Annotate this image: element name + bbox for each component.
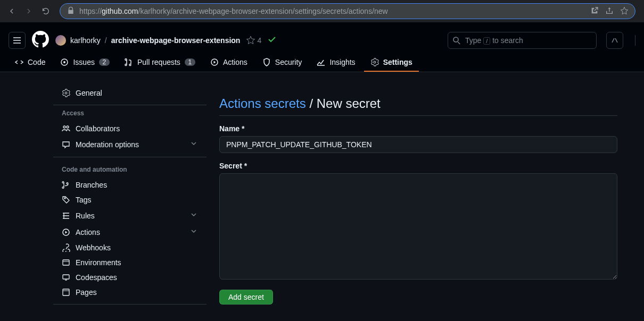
comment-icon bbox=[62, 140, 70, 149]
owner-link[interactable]: karlhorky bbox=[70, 36, 101, 45]
add-secret-button[interactable]: Add secret bbox=[219, 290, 273, 305]
content-area: Actions secrets / New secret Name * Secr… bbox=[211, 86, 626, 305]
sidebar-item-codespaces[interactable]: Codespaces bbox=[53, 270, 207, 285]
name-label: Name * bbox=[219, 124, 617, 133]
star-icon[interactable] bbox=[620, 6, 629, 16]
hamburger-menu[interactable] bbox=[9, 32, 26, 49]
svg-rect-4 bbox=[63, 260, 69, 265]
tab-counter: 1 bbox=[185, 58, 195, 66]
settings-sidebar: General AccessCollaboratorsModeration op… bbox=[53, 86, 211, 305]
play-icon bbox=[210, 58, 219, 66]
tab-pull-requests[interactable]: Pull requests1 bbox=[118, 54, 202, 72]
chevron-down-icon bbox=[189, 227, 198, 237]
issue-icon bbox=[60, 58, 69, 66]
tab-counter: 2 bbox=[99, 58, 110, 66]
sidebar-item-pages[interactable]: Pages bbox=[53, 285, 207, 300]
sidebar-group-title: Code and automation bbox=[53, 162, 207, 178]
tab-code[interactable]: Code bbox=[9, 54, 52, 72]
sidebar-item-actions[interactable]: Actions bbox=[53, 224, 207, 240]
search-placeholder: Type / to search bbox=[465, 36, 523, 45]
shield-icon bbox=[262, 58, 271, 66]
star-count[interactable]: 4 bbox=[246, 36, 261, 45]
title-link[interactable]: Actions secrets bbox=[219, 96, 306, 111]
browser-toolbar: https://github.com/karlhorky/archive-web… bbox=[0, 0, 644, 22]
env-icon bbox=[62, 258, 70, 267]
svg-rect-5 bbox=[63, 275, 69, 279]
app-header: karlhorky / archive-webpage-browser-exte… bbox=[0, 22, 644, 73]
page-title: Actions secrets / New secret bbox=[219, 96, 617, 116]
repo-breadcrumb: karlhorky / archive-webpage-browser-exte… bbox=[55, 35, 240, 46]
gear-icon bbox=[62, 89, 70, 97]
pr-icon bbox=[125, 58, 133, 66]
code-icon bbox=[15, 58, 23, 66]
back-button[interactable] bbox=[4, 4, 19, 19]
gear-icon bbox=[370, 58, 379, 66]
forward-button[interactable] bbox=[21, 4, 36, 19]
repo-tabs: CodeIssues2Pull requests1ActionsSecurity… bbox=[0, 54, 644, 72]
rules-icon bbox=[62, 212, 70, 220]
search-icon bbox=[452, 36, 461, 45]
chevron-down-icon bbox=[189, 210, 198, 221]
codespaces-icon bbox=[62, 273, 70, 282]
tab-security[interactable]: Security bbox=[256, 54, 309, 72]
github-logo[interactable] bbox=[32, 31, 49, 49]
command-palette-button[interactable] bbox=[606, 32, 623, 49]
check-icon bbox=[268, 35, 276, 45]
tab-settings[interactable]: Settings bbox=[364, 54, 419, 72]
sidebar-item-webhooks[interactable]: Webhooks bbox=[53, 240, 207, 255]
sidebar-general[interactable]: General bbox=[53, 86, 207, 100]
svg-point-1 bbox=[63, 61, 65, 63]
sidebar-group-title: Access bbox=[53, 105, 207, 121]
tag-icon bbox=[62, 196, 70, 204]
url-bar[interactable]: https://github.com/karlhorky/archive-web… bbox=[60, 3, 635, 19]
breadcrumb-separator: / bbox=[105, 36, 107, 45]
svg-rect-6 bbox=[63, 289, 69, 295]
sidebar-item-environments[interactable]: Environments bbox=[53, 255, 207, 270]
sidebar-item-moderation-options[interactable]: Moderation options bbox=[53, 136, 207, 153]
webhook-icon bbox=[62, 243, 70, 252]
search-input[interactable]: Type / to search bbox=[448, 32, 597, 49]
people-icon bbox=[62, 124, 70, 133]
graph-icon bbox=[317, 58, 325, 66]
tab-actions[interactable]: Actions bbox=[204, 54, 254, 72]
owner-avatar[interactable] bbox=[55, 35, 66, 46]
tab-insights[interactable]: Insights bbox=[310, 54, 361, 72]
pages-icon bbox=[62, 288, 70, 297]
name-input[interactable] bbox=[219, 136, 617, 153]
chevron-down-icon bbox=[189, 139, 198, 149]
sidebar-item-tags[interactable]: Tags bbox=[53, 192, 207, 207]
sidebar-item-rules[interactable]: Rules bbox=[53, 207, 207, 224]
play-icon bbox=[62, 228, 70, 236]
title-current: New secret bbox=[317, 96, 381, 111]
lock-icon bbox=[67, 6, 75, 16]
open-external-icon[interactable] bbox=[590, 6, 599, 16]
main-content: General AccessCollaboratorsModeration op… bbox=[0, 73, 644, 321]
secret-textarea[interactable] bbox=[219, 173, 617, 280]
sidebar-item-branches[interactable]: Branches bbox=[53, 178, 207, 192]
secret-label: Secret * bbox=[219, 162, 617, 170]
url-text: https://github.com/karlhorky/archive-web… bbox=[79, 7, 586, 15]
branch-icon bbox=[62, 181, 70, 189]
reload-button[interactable] bbox=[38, 4, 53, 19]
repo-link[interactable]: archive-webpage-browser-extension bbox=[111, 36, 241, 45]
tab-issues[interactable]: Issues2 bbox=[54, 54, 115, 72]
sidebar-item-collaborators[interactable]: Collaborators bbox=[53, 121, 207, 136]
share-icon[interactable] bbox=[605, 6, 614, 16]
